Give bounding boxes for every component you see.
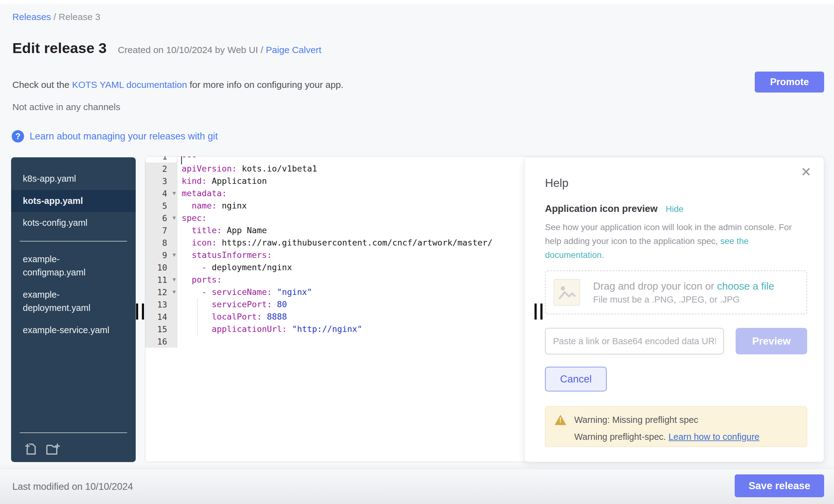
fold-arrow-icon[interactable]: ▾ <box>172 190 176 197</box>
close-icon[interactable]: ✕ <box>801 166 811 179</box>
icon-url-input[interactable] <box>545 328 724 354</box>
preview-button[interactable]: Preview <box>736 328 807 354</box>
sidebar-editor-resize-handle[interactable] <box>136 304 145 320</box>
gutter-line-number: 15 <box>145 323 177 335</box>
gutter-line-number: 4▾ <box>145 187 177 200</box>
intro-pre: Check out the <box>12 80 72 90</box>
icon-preview-heading: Application icon preview <box>545 203 658 214</box>
gutter-line-number: 10 <box>145 261 177 273</box>
channel-status: Not active in any channels <box>12 102 120 112</box>
editor-gutter: 1 2 3 4▾ 5 6▾ 7 8 9▾ 10 11▾ 12▾ 13 14 15… <box>145 156 177 348</box>
gutter-line-number: 8 <box>145 237 177 249</box>
gutter-line-number: 3 <box>145 175 177 187</box>
title-row: Edit release 3 Created on 10/10/2024 by … <box>12 40 322 57</box>
file-item-kots-app-active[interactable]: kots-app.yaml <box>11 190 136 212</box>
git-help-row[interactable]: ? Learn about managing your releases wit… <box>12 130 218 143</box>
fold-arrow-icon[interactable]: ▾ <box>172 288 176 295</box>
dropzone-file-types: File must be a .PNG, .JPEG, or .JPG <box>593 294 774 305</box>
intro-post: for more info on configuring your app. <box>187 80 343 90</box>
file-sidebar: k8s-app.yaml kots-app.yaml kots-config.y… <box>11 157 136 462</box>
gutter-line-number: 5 <box>145 200 177 212</box>
choose-file-link[interactable]: choose a file <box>717 280 774 292</box>
gutter-line-number: 11▾ <box>145 273 177 286</box>
icon-preview-description: See how your application icon will look … <box>545 221 807 262</box>
warning-title: Warning: Missing preflight spec <box>574 415 698 425</box>
fold-arrow-icon[interactable]: ▾ <box>172 214 176 221</box>
hide-link[interactable]: Hide <box>665 204 683 214</box>
breadcrumb-separator: / <box>51 12 59 22</box>
file-item-example-deployment[interactable]: example-deployment.yaml <box>11 284 122 319</box>
sidebar-divider <box>20 241 127 242</box>
breadcrumb: Releases / Release 3 <box>12 12 100 22</box>
footer-bar: Last modified on 10/10/2024 Save release <box>0 469 834 504</box>
author-link[interactable]: Paige Calvert <box>266 45 322 55</box>
gutter-line-number: 14 <box>145 311 177 323</box>
gutter-line-number: 16 <box>145 335 177 348</box>
gutter-line-number: 6▾ <box>145 212 177 224</box>
sidebar-bottom <box>11 433 136 462</box>
gutter-line-number: 12▾ <box>145 286 177 298</box>
learn-how-to-configure-link[interactable]: Learn how to configure <box>668 432 759 442</box>
warning-body: Warning preflight-spec. Learn how to con… <box>574 432 797 442</box>
file-item-kots-config[interactable]: kots-config.yaml <box>11 212 122 234</box>
add-folder-icon[interactable] <box>46 442 62 456</box>
editor-help-resize-handle[interactable] <box>534 304 544 320</box>
created-meta: Created on 10/10/2024 by Web UI / Paige … <box>118 45 322 55</box>
intro-line: Check out the KOTS YAML documentation fo… <box>12 80 343 90</box>
file-item-example-service[interactable]: example-service.yaml <box>11 319 122 342</box>
breadcrumb-current: Release 3 <box>59 12 100 22</box>
icon-url-row: Preview <box>545 328 807 354</box>
gutter-line-number: 9▾ <box>145 249 177 261</box>
help-panel-title: Help <box>545 177 807 190</box>
last-modified-text: Last modified on 10/10/2024 <box>12 481 133 492</box>
preflight-warning-box: Warning: Missing preflight spec Warning … <box>545 406 807 447</box>
indent-guide <box>197 299 198 335</box>
icon-preview-section-head: Application icon preview Hide <box>545 203 807 214</box>
sidebar-actions <box>23 442 62 456</box>
add-file-icon[interactable] <box>23 442 37 456</box>
file-item-example-configmap[interactable]: example-configmap.yaml <box>11 248 122 284</box>
file-item-k8s-app[interactable]: k8s-app.yaml <box>11 168 122 190</box>
fold-arrow-icon[interactable]: ▾ <box>172 251 176 259</box>
git-help-link[interactable]: Learn about managing your releases with … <box>29 131 218 142</box>
cancel-button[interactable]: Cancel <box>545 367 607 391</box>
gutter-line-number: 13 <box>145 298 177 311</box>
kots-yaml-doc-link[interactable]: KOTS YAML documentation <box>72 80 187 90</box>
breadcrumb-releases-link[interactable]: Releases <box>12 12 51 22</box>
image-placeholder-icon <box>554 279 580 306</box>
question-mark-icon: ? <box>12 130 24 143</box>
promote-button[interactable]: Promote <box>755 71 824 92</box>
page-title: Edit release 3 <box>12 40 107 57</box>
save-release-button[interactable]: Save release <box>735 475 824 497</box>
created-text: Created on 10/10/2024 by Web UI / <box>118 45 266 55</box>
sidebar-bottom-divider <box>20 433 127 433</box>
edit-release-page: Releases / Release 3 Edit release 3 Crea… <box>0 0 834 504</box>
gutter-line-number: 7 <box>145 224 177 237</box>
fold-arrow-icon[interactable]: ▾ <box>172 276 176 283</box>
help-panel: ✕ Help Application icon preview Hide See… <box>524 157 824 462</box>
dropzone-text: Drag and drop your icon or choose a file… <box>593 280 774 305</box>
gutter-line-number: 2 <box>145 162 177 175</box>
icon-dropzone[interactable]: Drag and drop your icon or choose a file… <box>545 270 807 314</box>
text-cursor <box>181 156 182 165</box>
warning-triangle-icon <box>554 415 566 425</box>
gutter-line-number: 1 <box>145 156 177 162</box>
